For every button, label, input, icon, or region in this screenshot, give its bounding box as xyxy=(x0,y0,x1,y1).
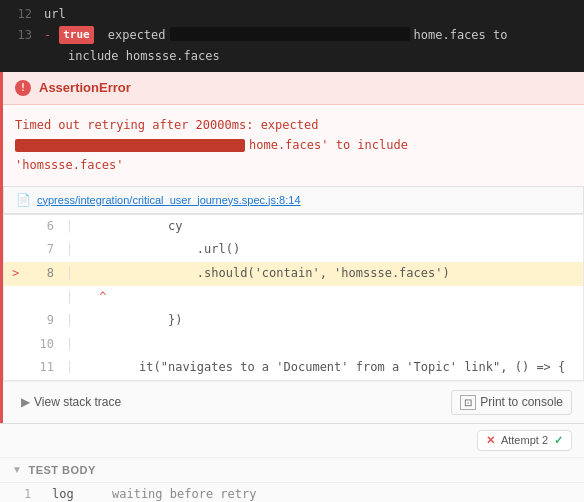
test-body-section: ▼ TEST BODY 1 log waiting before retry xyxy=(0,458,584,502)
error-line-3: 'homssse.faces' xyxy=(15,155,572,175)
caret-symbol: ^ xyxy=(81,287,106,309)
redacted-bar-1 xyxy=(170,27,410,41)
assertion-error-container: ! AssertionError Timed out retrying afte… xyxy=(0,72,584,423)
snippet-footer: ▶ View stack trace ⊡ Print to console xyxy=(3,381,584,423)
code-line-13-cont: include homssse.faces xyxy=(0,46,584,67)
file-icon: 📄 xyxy=(16,193,31,207)
test-body-header[interactable]: ▼ TEST BODY xyxy=(0,458,584,482)
snippet-line-7: 7 | .url() xyxy=(4,238,583,262)
error-icon: ! xyxy=(15,80,31,96)
home-faces-label: home.faces to xyxy=(414,26,508,45)
error-line-2: home.faces' to include xyxy=(15,135,572,155)
log-value: waiting before retry xyxy=(112,487,257,501)
snippet-line-9: 9 | }) xyxy=(4,309,583,333)
redacted-bar-red xyxy=(15,139,245,152)
active-arrow-7 xyxy=(12,239,28,261)
snippet-linenum-6: 6 xyxy=(30,216,54,238)
code-line-13: 13 - true expected home.faces to xyxy=(0,25,584,46)
print-label: Print to console xyxy=(480,395,563,409)
snippet-line-6: 6 | cy xyxy=(4,215,583,239)
snippet-line-11: 11 | it("navigates to a 'Document' from … xyxy=(4,356,583,380)
file-path[interactable]: cypress/integration/critical_user_journe… xyxy=(37,194,301,206)
pipe-8: | xyxy=(66,263,73,285)
log-line-number: 1 xyxy=(24,487,44,501)
error-line-1: Timed out retrying after 20000ms: expect… xyxy=(15,115,572,135)
test-body-log-row: 1 log waiting before retry xyxy=(0,482,584,502)
snippet-linenum-7: 7 xyxy=(30,239,54,261)
snippet-line-10: 10 | xyxy=(4,333,583,357)
test-body-label: TEST BODY xyxy=(28,464,95,476)
snippet-linenum-10: 10 xyxy=(30,334,54,356)
stack-trace-label: View stack trace xyxy=(34,395,121,409)
home-faces-suffix: home.faces' to include xyxy=(249,135,408,155)
include-label: include homssse.faces xyxy=(68,47,220,66)
snippet-content-11: it("navigates to a 'Document' from a 'To… xyxy=(81,357,565,379)
assertion-error-header: ! AssertionError xyxy=(3,72,584,105)
assert-badge: true xyxy=(59,26,94,44)
view-stack-trace-button[interactable]: ▶ View stack trace xyxy=(15,391,127,413)
active-arrow-6 xyxy=(12,216,28,238)
print-icon: ⊡ xyxy=(460,395,476,410)
assertion-error-title: AssertionError xyxy=(39,80,131,95)
snippet-linenum-9: 9 xyxy=(30,310,54,332)
attempt-badge[interactable]: ✕ Attempt 2 ✓ xyxy=(477,430,572,451)
file-reference: 📄 cypress/integration/critical_user_jour… xyxy=(3,186,584,214)
snippet-content-10 xyxy=(81,334,88,356)
top-code-block: 12 url 13 - true expected home.faces to … xyxy=(0,0,584,72)
snippet-linenum-8: 8 xyxy=(30,263,54,285)
snippet-content-7: .url() xyxy=(81,239,240,261)
snippet-caret-line: | ^ xyxy=(4,286,583,310)
active-arrow-8: > xyxy=(12,263,28,285)
attempt-x-icon: ✕ xyxy=(486,434,495,447)
print-to-console-button[interactable]: ⊡ Print to console xyxy=(451,390,572,415)
attempt-check-icon: ✓ xyxy=(554,434,563,447)
code-snippet: 6 | cy 7 | .url() > 8 | .should('contain… xyxy=(3,214,584,381)
pipe-6: | xyxy=(66,216,73,238)
snippet-content-8: .should('contain', 'homssse.faces') xyxy=(81,263,449,285)
snippet-content-6: cy xyxy=(81,216,182,238)
line-number-12: 12 xyxy=(8,5,32,24)
snippet-linenum-11: 11 xyxy=(30,357,54,379)
chevron-right-icon: ▶ xyxy=(21,395,30,409)
code-line-12: 12 url xyxy=(0,4,584,25)
assertion-error-body: Timed out retrying after 20000ms: expect… xyxy=(3,105,584,186)
expected-label: expected xyxy=(108,26,166,45)
snippet-line-8: > 8 | .should('contain', 'homssse.faces'… xyxy=(4,262,583,286)
attempt-row: ✕ Attempt 2 ✓ xyxy=(0,424,584,458)
attempt-label: Attempt 2 xyxy=(501,434,548,446)
pipe-7: | xyxy=(66,239,73,261)
snippet-content-9: }) xyxy=(81,310,182,332)
line-number-13: 13 xyxy=(8,26,32,45)
code-content-12: url xyxy=(44,5,66,24)
log-label: log xyxy=(52,487,112,501)
chevron-down-icon: ▼ xyxy=(12,464,22,475)
